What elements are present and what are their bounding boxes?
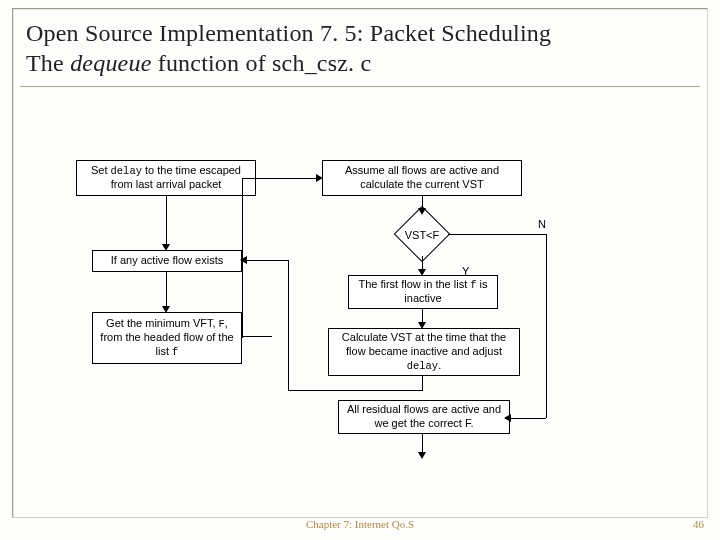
title-line-2-post: function of sch_csz. c (151, 50, 371, 76)
t: f (172, 346, 178, 358)
title-line-2-emph: dequeue (70, 50, 151, 76)
footer-chapter: Chapter 7: Internet Qo.S (0, 518, 720, 530)
edge (288, 260, 289, 390)
decision-text: VST<F (382, 229, 462, 241)
t: Get the minimum VFT, (106, 317, 218, 329)
node-set-delay: Set delay to the time escaped from last … (76, 160, 256, 196)
arrow-down-icon (418, 452, 426, 459)
t: delay (407, 360, 438, 372)
node-residual: All residual flows are active and we get… (338, 400, 510, 434)
edge (546, 234, 547, 418)
node-calc-vst-text: Calculate VST at the time that the flow … (335, 331, 513, 373)
t: Calculate VST at the time that the flow … (342, 331, 506, 357)
title-underline (20, 86, 700, 87)
edge (510, 418, 546, 419)
node-first-inactive-text: The first flow in the list f is inactive (355, 278, 491, 306)
title-line-1: Open Source Implementation 7. 5: Packet … (26, 20, 551, 46)
edge (422, 376, 423, 390)
page-title: Open Source Implementation 7. 5: Packet … (26, 18, 696, 78)
edge (288, 390, 423, 391)
node-any-active: If any active flow exists (92, 250, 242, 272)
node-get-min-vft: Get the minimum VFT, F, from the headed … (92, 312, 242, 364)
footer-page-number: 46 (693, 518, 704, 530)
node-first-inactive: The first flow in the list f is inactive (348, 275, 498, 309)
arrow-down-icon (418, 322, 426, 329)
t: delay (111, 165, 142, 177)
t: The first flow in the list (358, 278, 470, 290)
title-line-2-pre: The (26, 50, 70, 76)
edge (166, 272, 167, 308)
t: All residual flows are active and we get… (345, 403, 503, 431)
t: If any active flow exists (111, 254, 224, 268)
arrow-down-icon (162, 244, 170, 251)
flowchart: Set delay to the time escaped from last … (70, 140, 650, 480)
edge (242, 178, 316, 179)
t: Set (91, 164, 111, 176)
node-assume-all: Assume all flows are active and calculat… (322, 160, 522, 196)
edge-label-n: N (538, 218, 546, 230)
arrow-right-icon (316, 174, 323, 182)
arrow-down-icon (418, 208, 426, 215)
node-get-min-text: Get the minimum VFT, F, from the headed … (99, 317, 235, 359)
t: . (438, 359, 441, 371)
arrow-down-icon (418, 269, 426, 276)
arrow-left-icon (240, 256, 247, 264)
arrow-down-icon (162, 306, 170, 313)
edge (448, 234, 546, 235)
edge-label-y: Y (462, 265, 469, 277)
node-calc-vst: Calculate VST at the time that the flow … (328, 328, 520, 376)
arrow-left-icon (504, 414, 511, 422)
edge (246, 260, 288, 261)
node-set-delay-text: Set delay to the time escaped from last … (83, 164, 249, 192)
edge (242, 336, 272, 337)
edge (166, 196, 167, 246)
edge (422, 434, 423, 454)
t: Assume all flows are active and calculat… (329, 164, 515, 192)
